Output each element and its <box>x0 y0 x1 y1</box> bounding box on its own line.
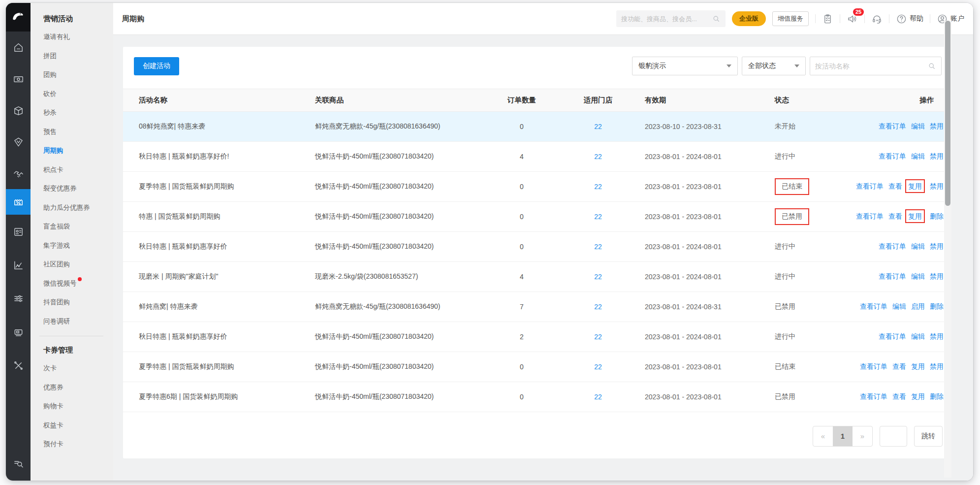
stores-link[interactable]: 22 <box>594 153 602 161</box>
sidebar-item[interactable]: 社区团购 <box>31 255 113 274</box>
tools-icon[interactable] <box>6 349 31 382</box>
plan-badge[interactable]: 企业版 <box>732 11 766 26</box>
enable-link[interactable]: 启用 <box>911 302 925 310</box>
sidebar-item[interactable]: 秒杀 <box>31 103 113 123</box>
staff-card-icon[interactable] <box>6 215 31 248</box>
sidebar-item[interactable]: 预付卡 <box>31 435 113 454</box>
sidebar-item[interactable]: 邀请有礼 <box>31 28 113 47</box>
scrollbar-thumb[interactable] <box>945 21 950 206</box>
sidebar-item[interactable]: 砍价 <box>31 85 113 104</box>
view-orders-link[interactable]: 查看订单 <box>879 152 906 160</box>
search-menu-icon[interactable] <box>6 451 31 476</box>
store-home-icon[interactable] <box>6 32 31 63</box>
disable-link[interactable]: 禁用 <box>930 122 944 130</box>
view-orders-link[interactable]: 查看订单 <box>879 272 906 280</box>
stores-link[interactable]: 22 <box>594 183 602 191</box>
jump-button[interactable]: 跳转 <box>914 426 943 447</box>
search-icon[interactable] <box>927 62 936 70</box>
edit-link[interactable]: 编辑 <box>911 242 925 250</box>
duplicate-link[interactable]: 复用 <box>911 362 925 370</box>
view-link[interactable]: 查看 <box>888 212 902 220</box>
sidebar-item[interactable]: 购物卡 <box>31 397 113 416</box>
activity-name-input[interactable] <box>815 62 927 70</box>
sidebar-item[interactable]: 周期购 <box>31 141 113 161</box>
stores-link[interactable]: 22 <box>594 363 602 371</box>
page-jump-input[interactable] <box>880 426 907 447</box>
delete-link[interactable]: 删除 <box>930 212 944 220</box>
sidebar-item[interactable]: 助力瓜分优惠券 <box>31 198 113 218</box>
settings-sliders-icon[interactable] <box>6 282 31 315</box>
disable-link[interactable]: 禁用 <box>930 332 944 340</box>
stores-link[interactable]: 22 <box>594 333 602 341</box>
pos-terminal-icon[interactable] <box>6 315 31 349</box>
global-search-input[interactable] <box>621 15 712 23</box>
edit-link[interactable]: 编辑 <box>892 302 906 310</box>
disable-link[interactable]: 禁用 <box>930 242 944 250</box>
sidebar-item[interactable]: 微信视频号 <box>31 274 113 293</box>
create-activity-button[interactable]: 创建活动 <box>134 57 179 75</box>
clipboard-icon[interactable] <box>822 13 833 25</box>
member-badge-icon[interactable] <box>6 126 31 158</box>
sidebar-item[interactable]: 盲盒福袋 <box>31 217 113 236</box>
scrollbar-track[interactable] <box>944 21 951 478</box>
duplicate-link[interactable]: 复用 <box>905 209 925 223</box>
sidebar-item[interactable]: 集字游戏 <box>31 236 113 256</box>
next-page-button[interactable]: » <box>853 426 872 446</box>
delete-link[interactable]: 删除 <box>930 302 944 310</box>
disable-link[interactable]: 禁用 <box>930 152 944 160</box>
activity-name-search-box[interactable] <box>810 57 942 75</box>
duplicate-link[interactable]: 复用 <box>911 392 925 400</box>
sidebar-item[interactable]: 积点卡 <box>31 161 113 180</box>
stores-link[interactable]: 22 <box>594 393 602 401</box>
stores-link[interactable]: 22 <box>594 273 602 281</box>
sidebar-item[interactable]: 次卡 <box>31 359 113 378</box>
help-button[interactable]: 帮助 <box>896 13 923 25</box>
status-filter-select[interactable]: 全部状态 <box>742 57 806 75</box>
edit-link[interactable]: 编辑 <box>911 272 925 280</box>
edit-link[interactable]: 编辑 <box>911 122 925 130</box>
value-added-services-button[interactable]: 增值服务 <box>772 11 809 26</box>
search-icon[interactable] <box>712 14 721 23</box>
edit-link[interactable]: 编辑 <box>911 152 925 160</box>
view-orders-link[interactable]: 查看订单 <box>860 302 887 310</box>
view-orders-link[interactable]: 查看订单 <box>860 362 887 370</box>
sidebar-item[interactable]: 团购 <box>31 65 113 85</box>
sidebar-item[interactable]: 权益卡 <box>31 416 113 435</box>
view-orders-link[interactable]: 查看订单 <box>860 392 887 400</box>
sidebar-item[interactable]: 拼团 <box>31 47 113 66</box>
view-orders-link[interactable]: 查看订单 <box>879 242 906 250</box>
sidebar-item[interactable]: 问卷调研 <box>31 312 113 331</box>
pospal-logo[interactable] <box>6 3 31 32</box>
disable-link[interactable]: 禁用 <box>930 362 944 370</box>
edit-link[interactable]: 编辑 <box>911 332 925 340</box>
sidebar-item[interactable]: 抖音团购 <box>31 293 113 312</box>
view-orders-link[interactable]: 查看订单 <box>856 182 884 190</box>
duplicate-link[interactable]: 复用 <box>905 179 925 193</box>
sidebar-item[interactable]: 预售 <box>31 123 113 142</box>
disable-link[interactable]: 禁用 <box>930 182 944 190</box>
view-orders-link[interactable]: 查看订单 <box>879 332 906 340</box>
delete-link[interactable]: 删除 <box>930 392 944 400</box>
handshake-icon[interactable] <box>6 158 31 189</box>
sidebar-item[interactable]: 裂变优惠券 <box>31 179 113 198</box>
view-link[interactable]: 查看 <box>892 362 906 370</box>
view-orders-link[interactable]: 查看订单 <box>879 122 906 130</box>
prev-page-button[interactable]: « <box>813 426 833 446</box>
analytics-chart-icon[interactable] <box>6 248 31 282</box>
stores-link[interactable]: 22 <box>594 213 602 221</box>
customer-service-headset-icon[interactable] <box>871 13 883 25</box>
announcements-icon[interactable]: 25 <box>847 13 858 25</box>
current-page[interactable]: 1 <box>833 426 853 446</box>
marketing-campaign-icon[interactable] <box>6 189 31 215</box>
view-orders-link[interactable]: 查看订单 <box>856 212 884 220</box>
stores-link[interactable]: 22 <box>594 123 602 130</box>
sidebar-item[interactable]: 优惠券 <box>31 378 113 397</box>
store-filter-select[interactable]: 银豹演示 <box>632 57 738 75</box>
stores-link[interactable]: 22 <box>594 243 602 251</box>
disable-link[interactable]: 禁用 <box>930 272 944 280</box>
package-box-icon[interactable] <box>6 95 31 126</box>
stores-link[interactable]: 22 <box>594 303 602 311</box>
view-link[interactable]: 查看 <box>892 392 906 400</box>
cashier-bill-icon[interactable] <box>6 63 31 95</box>
global-search-box[interactable] <box>616 10 726 27</box>
